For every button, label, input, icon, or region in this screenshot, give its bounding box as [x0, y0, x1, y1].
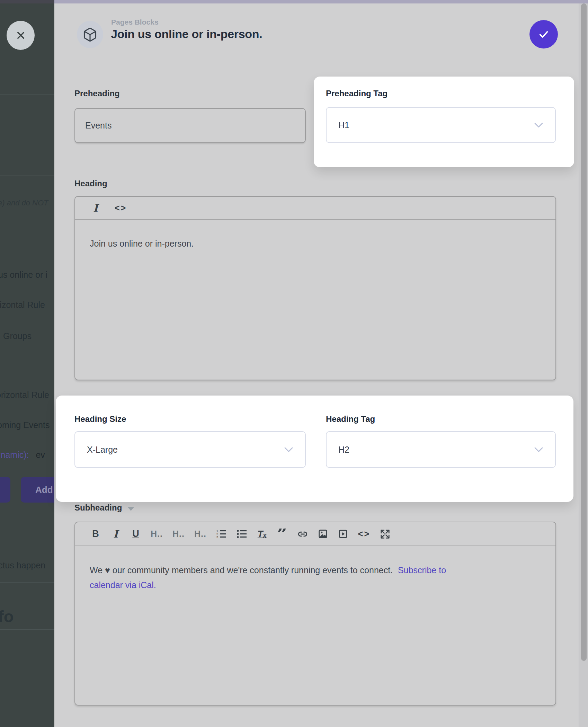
heading-tag-label: Heading Tag	[326, 414, 375, 424]
divider	[0, 175, 54, 176]
check-icon	[537, 28, 550, 41]
confirm-button[interactable]	[529, 20, 558, 48]
blockquote-icon[interactable]: ”	[277, 529, 287, 540]
heading-size-label: Heading Size	[74, 414, 126, 424]
video-icon[interactable]	[338, 529, 348, 539]
fullscreen-icon[interactable]	[380, 529, 390, 539]
background-text-fragment: us online or i	[0, 270, 47, 280]
divider	[0, 582, 54, 583]
bullet-list-icon[interactable]	[237, 529, 247, 539]
page-title: Join us online or in-person.	[111, 27, 262, 41]
background-text-fragment: Groups	[3, 331, 32, 341]
ical-subscribe-link[interactable]: calendar via iCal.	[90, 580, 156, 590]
background-text-fragment: oming Events	[0, 420, 50, 430]
block-editor-screen: e) and do NOT us online or i rizontal Ru…	[0, 0, 588, 727]
preheading-tag-select[interactable]: H1	[326, 107, 556, 143]
subheading-editor: B I U H.. H.. H.. 1 2 3	[74, 522, 556, 706]
block-editor-panel: Pages Blocks Join us online or in-person…	[54, 3, 579, 727]
heading-size-value: X-Large	[87, 445, 284, 455]
clear-formatting-icon[interactable]: Tₓ	[257, 529, 267, 539]
bold-icon[interactable]: B	[90, 529, 101, 539]
link-icon[interactable]	[297, 529, 308, 539]
divider	[0, 629, 54, 630]
background-text-fragment: ctus happen	[0, 560, 45, 570]
top-edge-strip-right	[54, 0, 588, 3]
heading-label: Heading	[74, 179, 107, 188]
ordered-list-icon[interactable]: 1 2 3	[216, 529, 227, 539]
image-icon[interactable]	[318, 529, 328, 539]
subheading-text: We ♥ our community members and we're con…	[90, 565, 393, 575]
heading-editor-toolbar: I <>	[75, 197, 555, 220]
background-text-fragment: orizontal Rule	[0, 390, 49, 400]
background-button-partial	[0, 477, 10, 503]
close-icon	[15, 29, 27, 42]
background-text-fragment: e) and do NOT	[0, 198, 48, 207]
heading-2-icon[interactable]: H..	[172, 529, 185, 539]
block-type-label: Pages Blocks	[111, 18, 159, 26]
subheading-editor-content[interactable]: We ♥ our community members and we're con…	[75, 546, 555, 609]
subheading-label-toggle[interactable]: Subheading	[74, 503, 134, 513]
scrollbar-thumb[interactable]	[581, 3, 587, 661]
preheading-tag-label: Preheading Tag	[326, 89, 387, 98]
highlight-card-heading-size-tag: Heading Size X-Large Heading Tag H2	[56, 396, 573, 502]
italic-icon[interactable]: I	[90, 202, 101, 214]
preheading-input[interactable]: Events	[74, 108, 306, 143]
heading-tag-select[interactable]: H2	[326, 431, 556, 468]
italic-icon[interactable]: I	[110, 528, 121, 540]
block-icon-badge	[77, 21, 103, 48]
underline-icon[interactable]: U	[131, 529, 141, 539]
heading-editor-content[interactable]: Join us online or in-person.	[75, 220, 555, 267]
background-accent-text: ynamic):	[0, 450, 29, 460]
top-edge-strip-left	[0, 0, 54, 3]
close-button[interactable]	[7, 21, 35, 50]
highlight-card-preheading-tag: Preheading Tag H1	[314, 77, 574, 167]
cube-icon	[82, 26, 98, 43]
subheading-editor-toolbar: B I U H.. H.. H.. 1 2 3	[75, 522, 555, 546]
heading-size-select[interactable]: X-Large	[74, 431, 306, 468]
heading-3-icon[interactable]: H..	[194, 529, 206, 539]
svg-text:3: 3	[216, 535, 218, 539]
ical-subscribe-link[interactable]: Subscribe to	[398, 565, 446, 575]
heading-editor: I <> Join us online or in-person.	[74, 196, 556, 380]
subheading-label: Subheading	[74, 503, 122, 513]
background-add-button: Add	[21, 477, 54, 503]
code-icon[interactable]: <>	[115, 203, 127, 213]
background-sidebar: e) and do NOT us online or i rizontal Ru…	[0, 3, 54, 727]
caret-down-icon	[127, 507, 134, 511]
scrollbar-track[interactable]	[579, 3, 588, 727]
preheading-value: Events	[85, 121, 112, 131]
chevron-down-icon	[284, 447, 293, 453]
chevron-down-icon	[534, 447, 543, 453]
background-text-fragment: rizontal Rule	[0, 300, 45, 310]
preheading-tag-value: H1	[338, 120, 534, 130]
code-icon[interactable]: <>	[358, 529, 370, 539]
divider	[0, 94, 54, 95]
background-value-text: ev	[36, 450, 45, 460]
heading-1-icon[interactable]: H..	[151, 529, 163, 539]
background-section-title-fragment: fo	[0, 607, 14, 626]
preheading-label: Preheading	[74, 89, 120, 98]
chevron-down-icon	[534, 122, 543, 128]
heading-tag-value: H2	[338, 445, 534, 455]
background-text-fragment: ynamic):ev	[0, 450, 45, 460]
